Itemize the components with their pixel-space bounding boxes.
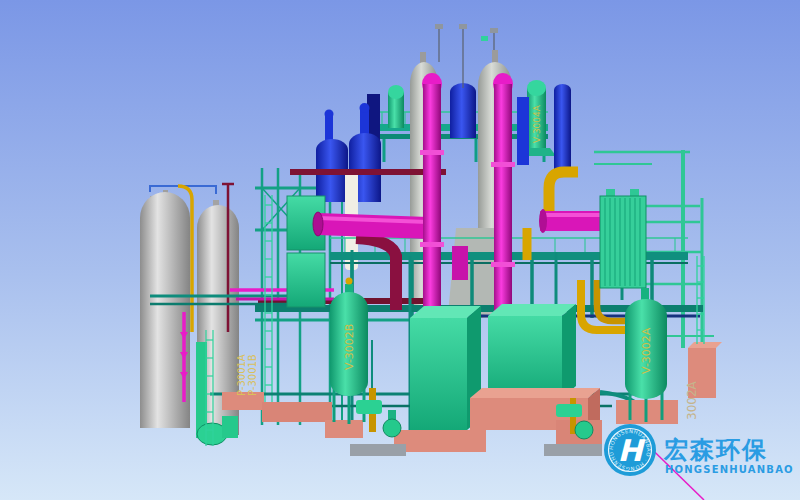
logo-cn-name: 宏森环保 — [663, 436, 768, 464]
plant-3d-view: P-3001A P-3001B V-3002B V-3002A V-3004A … — [0, 0, 800, 500]
equipment-tag-v3002a: V-3002A — [640, 327, 653, 374]
equipment-tag-pump-b: P-3001B — [247, 354, 258, 396]
plant-3d-viewport: P-3001A P-3001B V-3002B V-3002A V-3004A … — [0, 0, 800, 500]
logo-monogram: H — [617, 433, 645, 468]
green-tank-box-right — [488, 304, 576, 398]
equipment-tag-v3002b: V-3002B — [343, 324, 356, 370]
logo-en-name: HONGSENHUANBAO — [665, 464, 794, 475]
equipment-tag-pump-a: P-3001A — [236, 354, 247, 396]
equipment-tag-3002a: 3002A — [685, 380, 699, 420]
top-green-cylinder-left — [388, 85, 404, 128]
equipment-tag-v3004a: V-3004A — [532, 104, 542, 143]
plate-heat-exchanger — [600, 189, 646, 288]
